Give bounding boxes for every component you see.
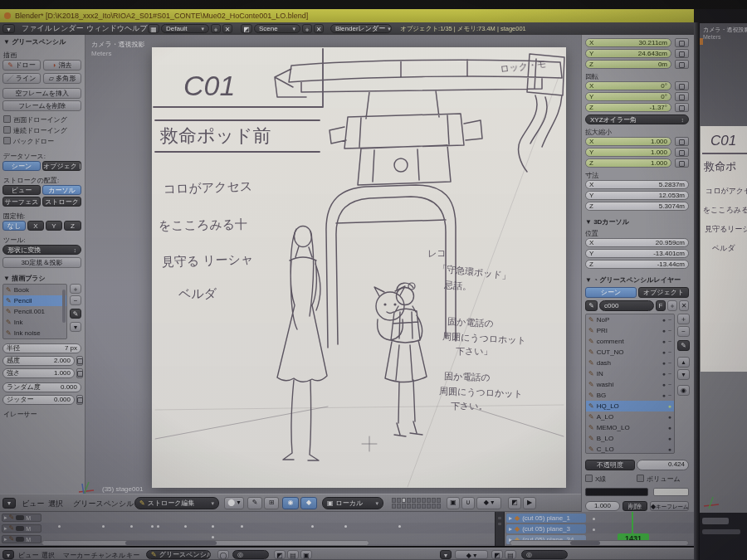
polygon-button[interactable]: ▱ 多角形 [43,73,81,84]
rotation-x-field[interactable]: X0° [585,81,671,90]
scene-select[interactable]: Scene▾ [254,24,300,33]
keyframe[interactable] [212,525,214,528]
layer-row[interactable]: ✎C_LO● [586,444,674,455]
editor-type-icon[interactable]: ▾ [2,498,16,509]
gp-datablock-icon[interactable]: ✎ [585,300,598,311]
eye-icon[interactable]: ● [668,446,671,452]
brush-add-button[interactable]: ＋ [70,284,81,294]
layer-pen-toggle[interactable]: ✎ [677,340,690,351]
menu-help[interactable]: ヘルプ [124,22,148,35]
lock-icon[interactable]: ~ [668,317,671,323]
rotation-mode-select[interactable]: XYZオイラー角↕ [585,114,689,124]
brush-jitter-slider[interactable]: ジッター0.000 [2,395,75,405]
brush-item[interactable]: ✎Ink [3,317,66,328]
eye-icon[interactable]: ● [668,403,671,409]
viewport-shading-button[interactable]: ⬤ ▾ [224,497,244,509]
cursor-x-field[interactable]: X20.959cm [585,238,689,247]
strength-pressure-toggle[interactable] [76,368,83,378]
lock-icon[interactable] [675,49,689,58]
dim-x-field[interactable]: X5.2837m [585,180,689,189]
eye-icon[interactable]: ● [662,392,666,398]
mute-toggle[interactable]: M [26,537,31,543]
layer-row-selected[interactable]: ✎HQ_LO● [586,401,674,411]
gp-datablock-name[interactable]: c000 [599,300,654,311]
dim-z-field[interactable]: Z5.3074m [585,202,689,211]
datasource-object-tab[interactable]: オブジェクト [42,161,81,171]
ds-mode-select[interactable]: ✎ グリースペンシル ▾ [146,550,211,559]
keyframes-only-toggle[interactable]: ◆キーフレームのみ表示 [650,501,689,511]
keyframe[interactable] [157,525,159,528]
keyframe[interactable] [593,518,595,520]
datasource-scene-tab[interactable]: シーン [2,161,41,171]
editor-type-icon[interactable]: ▾ [2,24,15,33]
filter-toggle[interactable]: ◩ [274,550,286,559]
eye-icon[interactable]: ● [668,414,671,420]
layer-row[interactable]: ✎washi●~ [586,379,674,390]
translate-manipulator-toggle[interactable]: ◉ [282,497,299,509]
backdraw-checkbox[interactable]: バックドロー [3,137,54,146]
lock-icon[interactable] [675,60,689,69]
ds-menu-key[interactable]: キー [126,549,139,560]
lock-icon[interactable]: ~ [668,371,671,377]
fake-user-button[interactable]: F [656,300,666,311]
eye-icon[interactable]: ● [662,371,666,377]
storyboard-canvas[interactable]: C01 救命ポッド前 コロがアクセス をこころみる十 見守る リーシャ ベルダ … [152,47,566,488]
brush-item[interactable]: ✎Book [3,285,66,295]
layer-row[interactable]: ✎CUT_NO●~ [586,347,674,358]
second-viewport[interactable]: カメラ・透視投影 Meters [700,23,747,126]
gp-channel-row[interactable]: ▸✎M [2,535,42,543]
mode-select[interactable]: ✎ ストローク編集 ▾ [134,497,219,509]
scene-icon[interactable]: ◩ [241,24,252,33]
screen-layout-select[interactable]: Default▾ [161,24,209,33]
keyframe[interactable] [130,525,133,528]
tool-shelf-header[interactable]: ▼ グリースペンシル [3,37,66,46]
ds2-search-field[interactable]: ◎ [521,550,568,559]
window-titlebar[interactable]: Blender* [D:\K2018_xxx2_Ito\RIOA2_S01#S0… [0,9,694,22]
continuous-drawing-checkbox[interactable]: 連続ドローイング [3,126,67,135]
ds-menu-channel[interactable]: チャンネル [91,549,125,560]
sensitivity-pressure-toggle[interactable] [76,356,83,366]
scene-add-button[interactable]: ＋ [302,24,312,33]
lock-icon[interactable] [675,137,689,146]
brush-panel-header[interactable]: ▼ 描画ブラシ [3,274,46,283]
ds2-mode-select[interactable]: ◆ ▾ [455,550,488,559]
lock-axis-y-tab[interactable]: Y [46,221,62,231]
render-engine-select[interactable]: Blenderレンダー▾ [330,24,392,33]
scale-z-field[interactable]: Z1.000 [585,158,671,168]
delete-button[interactable]: 削除 [622,501,647,511]
brush-item-selected[interactable]: ✎Pencil [3,295,66,306]
placement-cursor-tab[interactable]: カーソル [42,185,81,195]
gp-object-tab[interactable]: オブジェクト [638,287,689,298]
placement-stroke-tab[interactable]: ストローク [42,197,81,207]
cursor-panel-header[interactable]: ▼ 3Dカーソル [585,217,629,226]
lock-icon[interactable] [675,158,689,168]
layout-add-button[interactable]: ＋ [211,24,221,33]
manipulator-button[interactable]: ⊞ [264,497,279,509]
layer-row[interactable]: ✎dash●~ [586,358,674,368]
render-anim-button[interactable]: ▶ [523,497,536,509]
mute-toggle[interactable]: M [26,526,31,532]
layer-row[interactable]: ✎A_LO● [586,411,674,422]
lock-icon[interactable]: ~ [668,328,671,334]
mute-toggle[interactable]: M [26,515,31,521]
placement-surface-tab[interactable]: サーフェス [2,197,41,207]
keyframe[interactable] [398,525,401,528]
filter-toggle[interactable]: ▣ [300,550,312,559]
brush-specials-button[interactable]: ▾ [70,322,81,332]
scene-delete-button[interactable]: ✕ [314,24,324,33]
eye-icon[interactable]: ● [662,338,666,344]
keyframe[interactable] [241,525,243,528]
layer-specials-button[interactable]: ◉ [677,385,690,396]
lock-icon[interactable] [675,92,689,101]
snap-magnet-button[interactable]: ∪ [461,497,475,509]
location-y-field[interactable]: Y24.643cm [585,49,671,58]
lock-axis-x-tab[interactable]: X [27,221,44,231]
eye-icon[interactable]: ● [662,360,666,366]
line-button[interactable]: ╱ ライン [2,73,41,84]
dopesheet-hscrollbar[interactable] [42,540,369,546]
ds-menu-view[interactable]: ビュー [18,549,38,560]
eye-icon[interactable]: ● [662,382,666,387]
lock-axis-none-tab[interactable]: なし [2,221,26,231]
lock-button[interactable]: ▣ [447,497,460,509]
brush-remove-button[interactable]: − [70,295,81,305]
